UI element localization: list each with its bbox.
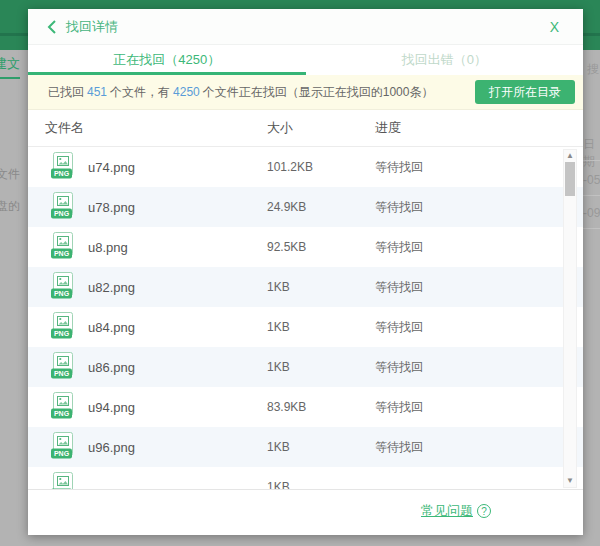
- background-date-column-header: 日期: [583, 136, 600, 170]
- table-row[interactable]: PNGu86.png1KB等待找回: [28, 347, 583, 387]
- file-size: 101.2KB: [267, 160, 375, 174]
- file-name: u82.png: [88, 280, 135, 295]
- active-tab-underline: [28, 72, 306, 75]
- scrollbar-thumb[interactable]: [565, 162, 575, 196]
- column-header-size: 大小: [267, 119, 375, 137]
- png-file-icon: PNG: [50, 231, 76, 264]
- faq-link-label: 常见问题: [421, 502, 473, 520]
- png-file-icon: PNG: [50, 471, 76, 491]
- tab-errors[interactable]: 找回出错（0）: [306, 45, 584, 75]
- status-bar: 已找回 451 个文件，有 4250 个文件正在找回（显示正在找回的1000条）…: [28, 75, 583, 110]
- status-text-part2: 个文件，有: [110, 84, 170, 101]
- background-text-left-1: 文件: [0, 166, 20, 183]
- table-row[interactable]: PNGu78.png24.9KB等待找回: [28, 187, 583, 227]
- file-progress: 等待找回: [375, 279, 583, 296]
- file-size: 83.9KB: [267, 400, 375, 414]
- file-name: u8.png: [88, 240, 128, 255]
- png-file-icon: PNG: [50, 351, 76, 384]
- png-file-icon: PNG: [50, 311, 76, 344]
- background-row-divider: [583, 160, 600, 161]
- file-name: u74.png: [88, 160, 135, 175]
- status-text-part1: 已找回: [48, 84, 84, 101]
- png-file-icon: PNG: [50, 271, 76, 304]
- file-size: 92.5KB: [267, 240, 375, 254]
- open-directory-button[interactable]: 打开所在目录: [475, 80, 575, 104]
- svg-text:PNG: PNG: [54, 290, 70, 297]
- file-name-cell: PNGu78.png: [28, 191, 267, 224]
- file-size: 1KB: [267, 480, 375, 490]
- file-size: 1KB: [267, 280, 375, 294]
- file-name-cell: PNGu86.png: [28, 351, 267, 384]
- page-title: 找回详情: [66, 18, 118, 36]
- file-progress: 等待找回: [375, 439, 583, 456]
- file-name-cell: PNGu84.png: [28, 311, 267, 344]
- file-progress: 等待找回: [375, 239, 583, 256]
- table-row[interactable]: PNGu8.png92.5KB等待找回: [28, 227, 583, 267]
- scrollbar[interactable]: ▲ ▼: [563, 149, 577, 488]
- svg-text:PNG: PNG: [54, 250, 70, 257]
- file-name-cell: PNGu94.png: [28, 391, 267, 424]
- dialog-header: 找回详情 X: [28, 9, 583, 45]
- file-name: u96.png: [88, 440, 135, 455]
- table-row[interactable]: PNGu82.png1KB等待找回: [28, 267, 583, 307]
- recovery-details-dialog: 找回详情 X 正在找回（4250） 找回出错（0） 已找回 451 个文件，有 …: [28, 9, 583, 535]
- table-row[interactable]: PNGu94.png83.9KB等待找回: [28, 387, 583, 427]
- tab-bar: 正在找回（4250） 找回出错（0）: [28, 45, 583, 75]
- table-row[interactable]: PNGu74.png101.2KB等待找回: [28, 147, 583, 187]
- file-name: u94.png: [88, 400, 135, 415]
- scroll-down-icon[interactable]: ▼: [564, 476, 576, 486]
- table-row[interactable]: PNGu84.png1KB等待找回: [28, 307, 583, 347]
- file-size: 1KB: [267, 360, 375, 374]
- background-row-divider: [583, 228, 600, 229]
- file-size: 1KB: [267, 320, 375, 334]
- file-list: PNGu74.png101.2KB等待找回PNGu78.png24.9KB等待找…: [28, 147, 583, 490]
- file-name-cell: PNGu74.png: [28, 151, 267, 184]
- background-row-divider: [583, 195, 600, 196]
- dialog-footer: 常见问题 ?: [28, 490, 583, 535]
- background-text-left-2: 盘的: [0, 198, 20, 215]
- chevron-left-icon: [46, 19, 58, 35]
- scroll-up-icon[interactable]: ▲: [564, 151, 576, 161]
- table-row[interactable]: PNG1KB: [28, 467, 583, 490]
- back-button[interactable]: [46, 19, 58, 35]
- column-header-filename: 文件名: [28, 119, 267, 137]
- recovering-count: 4250: [170, 85, 203, 99]
- svg-text:PNG: PNG: [54, 370, 70, 377]
- file-progress: 等待找回: [375, 399, 583, 416]
- file-name: u78.png: [88, 200, 135, 215]
- close-icon[interactable]: X: [544, 17, 565, 37]
- file-name: u86.png: [88, 360, 135, 375]
- svg-text:PNG: PNG: [54, 450, 70, 457]
- background-text-right: 搜: [587, 61, 599, 78]
- svg-text:PNG: PNG: [54, 330, 70, 337]
- tab-recovering[interactable]: 正在找回（4250）: [28, 45, 306, 75]
- found-count: 451: [84, 85, 110, 99]
- png-file-icon: PNG: [50, 391, 76, 424]
- status-text-part3: 个文件正在找回（显示正在找回的1000条）: [203, 84, 434, 101]
- file-progress: 等待找回: [375, 159, 583, 176]
- svg-text:PNG: PNG: [54, 410, 70, 417]
- png-file-icon: PNG: [50, 431, 76, 464]
- background-date-2: -09-: [583, 206, 600, 220]
- file-progress: 等待找回: [375, 199, 583, 216]
- column-header-progress: 进度: [375, 119, 583, 137]
- help-icon: ?: [477, 504, 491, 518]
- file-name-cell: PNGu82.png: [28, 271, 267, 304]
- file-name-cell: PNGu96.png: [28, 431, 267, 464]
- file-name: u84.png: [88, 320, 135, 335]
- faq-link[interactable]: 常见问题 ?: [421, 502, 491, 520]
- png-file-icon: PNG: [50, 151, 76, 184]
- file-list-viewport: PNGu74.png101.2KB等待找回PNGu78.png24.9KB等待找…: [28, 147, 583, 490]
- png-file-icon: PNG: [50, 191, 76, 224]
- file-name-cell: PNGu8.png: [28, 231, 267, 264]
- file-progress: 等待找回: [375, 359, 583, 376]
- table-row[interactable]: PNGu96.png1KB等待找回: [28, 427, 583, 467]
- svg-text:PNG: PNG: [54, 210, 70, 217]
- background-date-1: -05-: [583, 173, 600, 187]
- file-size: 24.9KB: [267, 200, 375, 214]
- file-progress: 等待找回: [375, 319, 583, 336]
- background-tab-partial: 建文: [0, 55, 20, 79]
- svg-text:PNG: PNG: [54, 170, 70, 177]
- file-size: 1KB: [267, 440, 375, 454]
- file-name-cell: PNG: [28, 471, 267, 491]
